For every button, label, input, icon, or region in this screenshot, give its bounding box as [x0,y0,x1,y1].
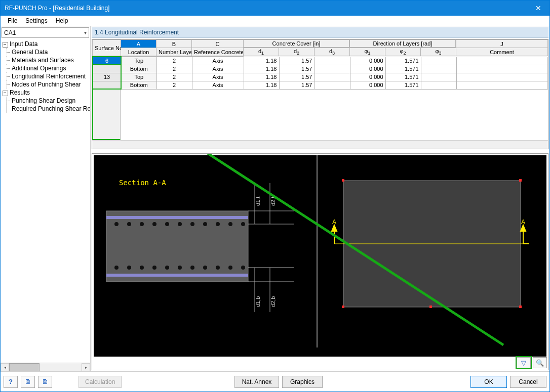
cell-location[interactable]: Top [121,57,156,65]
cell-d1[interactable]: 1.18 [244,57,279,65]
cell-surface[interactable] [93,81,121,89]
tree-results-header[interactable]: Results [3,89,88,97]
cell-layers[interactable]: 2 [156,73,192,81]
hdr-layers[interactable]: Number Layers [156,48,192,56]
cell-surface[interactable]: 13 [93,73,121,81]
cell-d1[interactable]: 1.18 [244,65,279,73]
cell-d2[interactable]: 1.57 [279,65,315,73]
hdr-location[interactable]: Location [121,48,156,56]
hdr-surface-no[interactable]: Surface No. [93,40,121,56]
hdr-comment[interactable]: Comment [456,48,548,56]
cell-p1[interactable]: 0.000 [350,65,385,73]
cell-ref[interactable]: Axis [192,81,244,89]
cell-p2[interactable]: 1.571 [385,57,421,65]
cell-d3[interactable] [315,57,350,65]
cell-d2[interactable]: 1.57 [279,57,315,65]
export-button-1[interactable]: 🗎 [21,376,35,388]
cell-comment[interactable] [456,73,548,81]
scroll-right-icon[interactable]: ▸ [82,363,90,371]
cell-location[interactable]: Bottom [121,65,156,73]
menu-help[interactable]: Help [52,16,72,25]
grid-empty-area [92,90,548,140]
tree-input-header[interactable]: Input Data [3,40,88,48]
col-A[interactable]: A [121,40,156,48]
cell-comment[interactable] [456,81,548,89]
cell-surface[interactable]: 6 [93,57,121,65]
menu-file[interactable]: File [4,16,21,25]
menu-settings[interactable]: Settings [21,16,51,25]
export-button-2[interactable]: 🗎 [38,376,52,388]
cell-comment[interactable] [456,65,548,73]
cell-p3[interactable] [421,81,456,89]
dim-d1b: d1,b [255,296,261,307]
hdr-cover-group: Concrete Cover [in] [243,39,349,48]
nav-longitudinal[interactable]: Longitudinal Reinforcement [3,72,88,80]
cell-comment[interactable] [456,57,548,65]
cell-p3[interactable] [421,73,456,81]
col-C[interactable]: C [192,40,244,48]
table-row[interactable]: Bottom2Axis1.181.570.0001.571 [93,81,548,89]
graphics-button[interactable]: Graphics [282,376,323,388]
hdr-d1[interactable]: d1 [244,48,279,56]
hdr-p3[interactable]: φ3 [421,48,456,56]
cell-p2[interactable]: 1.571 [385,73,421,81]
nav-general-data[interactable]: General Data [3,48,88,56]
col-B[interactable]: B [156,40,192,48]
nav-required-reinf[interactable]: Required Punching Shear Reinf [3,105,88,113]
nav-nodes[interactable]: Nodes of Punching Shear [3,80,88,89]
cell-ref[interactable]: Axis [192,73,244,81]
nav-openings[interactable]: Additional Openings [3,64,88,72]
cell-surface[interactable] [93,65,121,73]
hdr-p1[interactable]: φ1 [350,48,385,56]
cell-location[interactable]: Top [121,73,156,81]
case-dropdown[interactable]: CA1 ▾ [2,27,89,38]
cell-d3[interactable] [315,81,350,89]
cell-p3[interactable] [421,57,456,65]
table-row[interactable]: Bottom2Axis1.181.570.0001.571 [93,65,548,73]
cell-location[interactable]: Bottom [121,81,156,89]
case-value: CA1 [4,29,16,36]
nav-hscroll[interactable]: ◂ ▸ [1,363,90,371]
scroll-left-icon[interactable]: ◂ [1,363,9,371]
scroll-track[interactable] [9,363,82,371]
nav-punching-design[interactable]: Punching Shear Design [3,97,88,105]
viewport-canvas[interactable]: Section A-A [94,155,546,357]
zoom-extents-button[interactable]: 🔍 [533,357,547,368]
calculation-button[interactable]: Calculation [78,376,122,388]
nat-annex-button[interactable]: Nat. Annex [234,376,279,388]
cell-p1[interactable]: 0.000 [350,81,385,89]
hdr-d2[interactable]: d2 [279,48,315,56]
ok-button[interactable]: OK [470,376,507,388]
cell-d3[interactable] [315,73,350,81]
hdr-refcover[interactable]: Reference Concrete Cover [192,48,244,56]
cell-ref[interactable]: Axis [192,65,244,73]
filter-button[interactable]: ▽ [517,357,531,368]
cell-layers[interactable]: 2 [156,57,192,65]
cell-layers[interactable]: 2 [156,81,192,89]
col-J[interactable]: J [456,40,548,48]
cell-d1[interactable]: 1.18 [244,81,279,89]
cell-p2[interactable]: 1.571 [385,65,421,73]
hdr-d3[interactable]: d3 [315,48,350,56]
scroll-thumb[interactable] [9,363,40,371]
cell-p1[interactable]: 0.000 [350,73,385,81]
cell-layers[interactable]: 2 [156,65,192,73]
cell-ref[interactable]: Axis [192,57,244,65]
cell-p2[interactable]: 1.571 [385,81,421,89]
nav-materials[interactable]: Materials and Surfaces [3,56,88,64]
table-row[interactable]: 13Top2Axis1.181.570.0001.571 [93,73,548,81]
cell-d3[interactable] [315,65,350,73]
hdr-p2[interactable]: φ2 [385,48,421,56]
cell-d1[interactable]: 1.18 [244,73,279,81]
cell-p1[interactable]: 0.000 [350,57,385,65]
help-button[interactable]: ? [4,376,18,388]
cancel-button[interactable]: Cancel [510,376,546,388]
doc-icon-2: 🗎 [42,378,49,385]
grid-hscroll[interactable] [92,140,548,149]
cell-d2[interactable]: 1.57 [279,73,315,81]
cell-p3[interactable] [421,65,456,73]
cell-d2[interactable]: 1.57 [279,81,315,89]
grid-body[interactable]: 6Top2Axis1.181.570.0001.571Bottom2Axis1.… [92,56,548,90]
close-button[interactable]: ✕ [527,1,549,16]
table-row[interactable]: 6Top2Axis1.181.570.0001.571 [93,57,548,65]
